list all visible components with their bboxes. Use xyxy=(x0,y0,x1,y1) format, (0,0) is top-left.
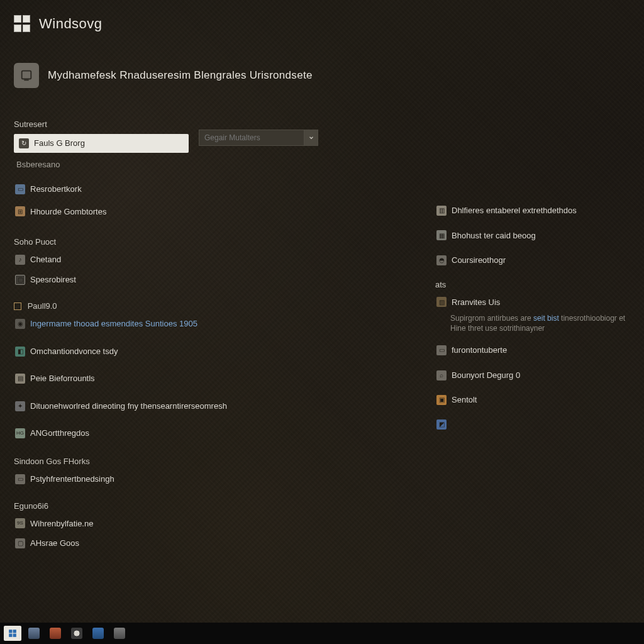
windows-logo-icon xyxy=(14,15,31,33)
card-icon: ▭ xyxy=(15,474,25,484)
section-label: ats xyxy=(435,280,630,289)
nav-item-devices[interactable]: ⊞ Hhourde Gombtortes xyxy=(14,204,309,220)
devices-icon: ⊞ xyxy=(15,206,25,216)
folder-icon: ▢ xyxy=(15,538,25,548)
panel-item[interactable]: ▦ Bhohust ter caid beoog xyxy=(435,228,630,244)
nav-item-label: Pstyhfrentertbnedsingh xyxy=(30,474,114,485)
globe-icon: ✦ xyxy=(15,401,25,411)
nav-item-label: Omchantiondvonce tsdy xyxy=(30,346,118,357)
clock-icon xyxy=(71,628,82,639)
nav-item-label: Wihrenbylfatie.ne xyxy=(30,518,93,530)
panel-item[interactable]: ▣ Sentolt xyxy=(435,392,630,408)
section-label: Sutresert xyxy=(14,119,309,129)
shield-icon: ▣ xyxy=(436,395,447,405)
tag-icon: HG xyxy=(15,428,25,438)
panel-item-label: Coursireothogr xyxy=(452,255,506,266)
nav-item-label: Hhourde Gombtortes xyxy=(30,206,106,218)
folder-icon: ▥ xyxy=(436,206,447,216)
nav-item[interactable]: ♪ Chetand xyxy=(14,252,309,268)
drive-icon: ◓ xyxy=(436,255,447,265)
page-title-row: Mydhamefesk Rnaduseresim Blengrales Uris… xyxy=(14,63,313,88)
nav-item-label: Dituonehworlred dineoting fny thensearnt… xyxy=(30,401,227,412)
nav-item[interactable]: ✦ Dituonehworlred dineoting fny thensear… xyxy=(14,398,309,414)
nav-item-selected[interactable]: ↻ Fauls G Brorg xyxy=(14,134,189,153)
display-icon: ▢ xyxy=(15,275,25,285)
start-button[interactable] xyxy=(4,626,21,641)
nav-item-label: Spesrobirest xyxy=(30,274,76,286)
section-label: Sindoon Gos FHorks xyxy=(14,457,309,466)
nav-item-label: Ingermame thooad esmendites Suntioes 190… xyxy=(30,318,197,330)
cube-icon: ◩ xyxy=(436,419,447,430)
layers-icon: ▦ xyxy=(436,230,447,240)
explorer-icon xyxy=(28,628,40,639)
picture-icon: ▧ xyxy=(436,297,447,307)
audio-icon: ♪ xyxy=(15,255,25,265)
panel-item[interactable]: ⌕ Bounyort Degurg 0 xyxy=(435,367,630,384)
svg-rect-4 xyxy=(13,634,16,637)
svg-rect-1 xyxy=(9,630,12,633)
search-icon: ⌕ xyxy=(436,370,447,380)
nav-item[interactable]: Bsberesano xyxy=(14,157,309,173)
os-brand-header: Windsovg xyxy=(14,15,103,33)
panel-item[interactable]: ▥ Dhlfieres entaberel extrethdethdos xyxy=(435,203,630,219)
nav-item-link[interactable]: ◉ Ingermame thooad esmendites Suntioes 1… xyxy=(14,316,309,332)
nav-item-label: Bsberesano xyxy=(16,159,60,170)
panel-item-label: Bhohust ter caid beoog xyxy=(452,230,536,242)
left-column: Sutresert ↻ Fauls G Brorg Bsberesano ▭ R… xyxy=(14,111,309,616)
taskbar-app[interactable] xyxy=(111,626,128,641)
section-label-text: Paull9.0 xyxy=(28,301,57,311)
panel-item-subtext: Supirgrom antirbues are seit bist tinesr… xyxy=(450,314,630,333)
right-column: ▥ Dhlfieres entaberel extrethdethdos ▦ B… xyxy=(435,111,630,616)
svg-rect-2 xyxy=(13,630,16,633)
nav-item[interactable]: ▤ Peie Bieforrountls xyxy=(14,370,309,387)
app-icon: ◧ xyxy=(15,347,25,357)
panel-item-label: Sentolt xyxy=(452,394,477,406)
page-title-icon xyxy=(14,63,39,88)
refresh-icon: ↻ xyxy=(19,138,29,148)
media-icon xyxy=(50,628,61,639)
nav-item[interactable]: 9S Wihrenbylfatie.ne xyxy=(14,516,309,532)
nav-item-label: AHsrae Goos xyxy=(30,538,79,549)
panel-item-label: Rranvites Uis xyxy=(452,297,500,308)
taskbar-app[interactable] xyxy=(68,626,86,641)
nav-item-network[interactable]: ▭ Resrobertkork xyxy=(14,181,309,197)
nav-item-label: Chetand xyxy=(30,254,61,265)
panel-item[interactable]: ◓ Coursireothogr xyxy=(435,252,630,269)
nav-item[interactable]: ▢ AHsrae Goos xyxy=(14,535,309,552)
camera-icon: ◉ xyxy=(15,319,25,329)
folder-icon xyxy=(14,303,21,310)
browser-icon xyxy=(92,628,104,639)
panel-item[interactable]: ▭ furontontuberte xyxy=(435,342,630,358)
svg-rect-3 xyxy=(9,634,12,637)
taskbar-app[interactable] xyxy=(47,626,64,641)
page-title: Mydhamefesk Rnaduseresim Blengrales Uris… xyxy=(48,69,313,82)
badge-icon: 9S xyxy=(15,518,25,528)
panel-item-label: furontontuberte xyxy=(452,345,507,356)
svg-rect-0 xyxy=(22,71,31,79)
inline-link[interactable]: seit bist xyxy=(533,314,559,323)
nav-item[interactable]: ▭ Pstyhfrentertbnedsingh xyxy=(14,471,309,487)
panel-item-label: Dhlfieres entaberel extrethdethdos xyxy=(452,205,577,216)
doc-icon: ▤ xyxy=(15,374,25,384)
monitor-icon: ▭ xyxy=(15,184,25,194)
section-label: Eguno6i6 xyxy=(14,501,309,511)
panel-item[interactable]: ◩ xyxy=(435,417,630,432)
settings-icon xyxy=(114,628,125,639)
nav-item[interactable]: ▢ Spesrobirest xyxy=(14,272,309,288)
section-label: Soho Puoct xyxy=(14,237,309,247)
taskbar-app[interactable] xyxy=(89,626,107,641)
nav-item-label: Resrobertkork xyxy=(30,184,82,195)
nav-item-label: Fauls G Brorg xyxy=(34,138,85,149)
nav-item-label: Peie Bieforrountls xyxy=(30,373,95,384)
panel-item[interactable]: ▧ Rranvites Uis xyxy=(435,294,630,311)
card-icon: ▭ xyxy=(436,345,447,355)
nav-item-label: ANGortthregdos xyxy=(30,428,89,439)
nav-item[interactable]: ◧ Omchantiondvonce tsdy xyxy=(14,343,309,360)
section-label: Paull9.0 xyxy=(14,301,309,311)
panel-item-label: Bounyort Degurg 0 xyxy=(452,370,520,381)
taskbar-app[interactable] xyxy=(25,626,43,641)
taskbar xyxy=(0,623,644,644)
brand-label: Windsovg xyxy=(39,16,103,32)
nav-item[interactable]: HG ANGortthregdos xyxy=(14,425,309,441)
